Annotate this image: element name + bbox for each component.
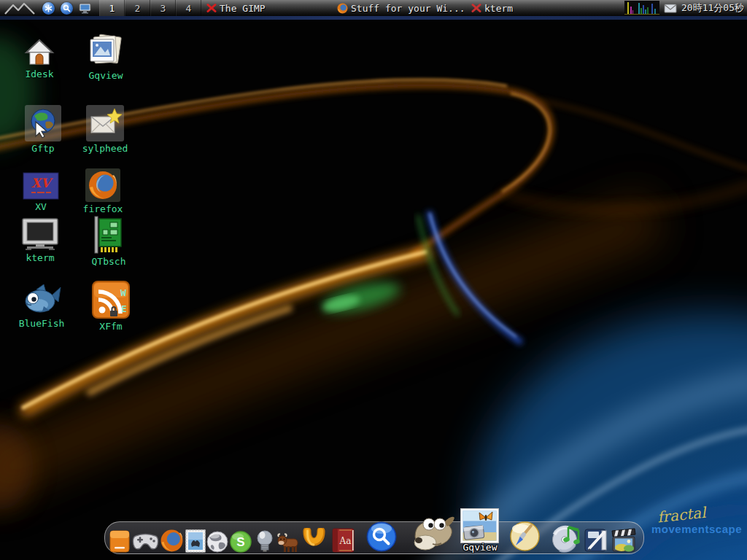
desktop-icon-label: QTbsch (92, 257, 126, 266)
blue-fish-icon (22, 283, 61, 316)
dock-music-cd-icon[interactable] (551, 523, 582, 553)
signature-line1: fractal (657, 505, 706, 525)
globe-cursor-glyph (27, 107, 59, 139)
desktop-icon-xv[interactable]: XV XV (7, 172, 74, 211)
envelope-star-glyph (88, 108, 122, 139)
desktop-icon-label: Idesk (25, 69, 53, 79)
desktop-icon-label: Gftp (31, 144, 54, 153)
desktop-icon-label: BlueFish (19, 319, 65, 328)
stamp-glyph (185, 529, 206, 553)
desktop-icon-kterm[interactable]: kterm (7, 217, 74, 262)
desktop-icon-label: XV (35, 202, 47, 211)
dock-gqview-icon[interactable] (460, 508, 500, 544)
dock-web-globe-icon[interactable] (206, 531, 228, 553)
xffm-letter-bottom: E (121, 303, 127, 314)
taskbar-item-firefox[interactable]: Stuff for your Wi... (337, 0, 465, 16)
gftp-globe-cursor-icon (25, 105, 61, 141)
clapperboard-glyph (611, 528, 636, 553)
workspace-2[interactable]: 2 (125, 0, 150, 16)
dock-movie-clapper-icon[interactable] (611, 528, 636, 553)
dock-office-icon[interactable] (301, 528, 328, 553)
display-icon[interactable] (79, 3, 91, 14)
bulb-glyph (256, 530, 274, 553)
gimp-wilber-glyph (411, 512, 456, 553)
xv-logo-text: XV (31, 176, 53, 190)
pcb-card-icon (93, 215, 125, 254)
dictionary-text: Aa (339, 536, 352, 546)
top-panel: 1 2 3 4 The GIMP Stuff for your Wi... kt… (0, 0, 747, 16)
house-icon (24, 38, 55, 67)
xv-logo-icon: XV (23, 172, 59, 200)
sylpheed-mail-icon (86, 105, 124, 141)
red-x-icon (206, 3, 217, 13)
dock-ox-icon[interactable] (276, 533, 300, 553)
search-glyph (366, 521, 397, 552)
skype-letter: S (236, 535, 244, 549)
task-label: Stuff for your Wi... (351, 3, 465, 14)
desktop-icon-gftp[interactable]: Gftp (9, 105, 77, 153)
mountains-logo-icon[interactable] (3, 1, 36, 15)
dock-light-bulb-icon[interactable] (256, 530, 274, 553)
desktop-icon-bluefish[interactable]: BlueFish (8, 283, 75, 328)
desktop-icon-xffm[interactable]: W E XFfm (77, 280, 144, 331)
desktop-icon-label: kterm (26, 253, 54, 262)
dock-notebook-pen-icon[interactable] (584, 528, 608, 553)
skype-glyph: S (230, 531, 252, 553)
office-glyph (301, 528, 328, 553)
dock-dictionary-icon[interactable]: Aa (332, 528, 355, 553)
taskbar-item-kterm[interactable]: kterm (471, 0, 513, 16)
clock[interactable]: 20時11分05秒 (681, 1, 744, 15)
firefox-icon-box (85, 168, 120, 202)
magnifier-glyph (63, 4, 71, 12)
workspace-4[interactable]: 4 (176, 0, 201, 16)
paint-brush-glyph (510, 521, 540, 551)
panel-launchers (3, 0, 91, 16)
photo-stack-icon (88, 34, 124, 69)
workspace-switcher: 1 2 3 4 (99, 0, 201, 16)
desktop-icon-gqview[interactable]: Gqview (72, 34, 139, 80)
task-label: The GIMP (220, 3, 266, 14)
desktop-icon-idesk[interactable]: Idesk (6, 38, 73, 79)
firefox-glyph (160, 529, 184, 553)
firefox-icon (88, 170, 118, 201)
desktop-icon-firefox[interactable]: firefox (69, 168, 136, 214)
dock-paint-brush-icon[interactable] (510, 521, 540, 551)
orb-search-icon[interactable] (61, 2, 73, 15)
task-label: kterm (484, 3, 513, 14)
dock-skype-icon[interactable]: S (230, 531, 252, 553)
dictionary-glyph: Aa (332, 528, 355, 553)
gamepad-glyph (132, 533, 159, 552)
desktop-screen: fractal movementscape (0, 0, 747, 560)
envelope-icon[interactable] (664, 4, 677, 13)
desktop-icon-label: sylpheed (82, 144, 128, 153)
desktop-icon-sylpheed[interactable]: sylpheed (71, 105, 139, 153)
xffm-rss-icon: W E (91, 280, 131, 319)
panel-tray: 20時11分05秒 (624, 0, 744, 16)
globe-glyph (206, 531, 228, 553)
notebook-pen-glyph (584, 528, 608, 553)
red-x-icon (471, 3, 481, 13)
desktop-icon-qtbsch[interactable]: QTbsch (75, 215, 142, 266)
drive-glyph (109, 530, 130, 553)
panel-bottom-edge (0, 16, 747, 20)
dock-mail-stamp-icon[interactable] (185, 529, 206, 553)
desktop-icon-label: firefox (83, 204, 123, 214)
dock-removable-drive-icon[interactable] (109, 530, 130, 553)
dock-gqview-label: Gqview (458, 542, 502, 553)
desktop-icon-label: XFfm (99, 322, 122, 331)
system-monitor-graph (624, 1, 659, 15)
xffm-letter-top: W (120, 287, 126, 298)
dock-firefox-icon[interactable] (160, 529, 184, 553)
firefox-icon (337, 3, 348, 14)
dock-gimp-icon[interactable] (411, 512, 456, 553)
dock-gamepad-icon[interactable] (132, 533, 159, 552)
monitor-icon (20, 217, 61, 251)
dock-search-icon[interactable] (366, 521, 397, 552)
workspace-3[interactable]: 3 (150, 0, 176, 16)
music-cd-glyph (551, 523, 582, 553)
ox-glyph (276, 533, 300, 553)
workspace-1[interactable]: 1 (99, 0, 125, 16)
orb-asterisk-icon[interactable] (42, 2, 55, 15)
taskbar-item-gimp[interactable]: The GIMP (206, 0, 266, 16)
gqview-photo-glyph (460, 508, 500, 544)
